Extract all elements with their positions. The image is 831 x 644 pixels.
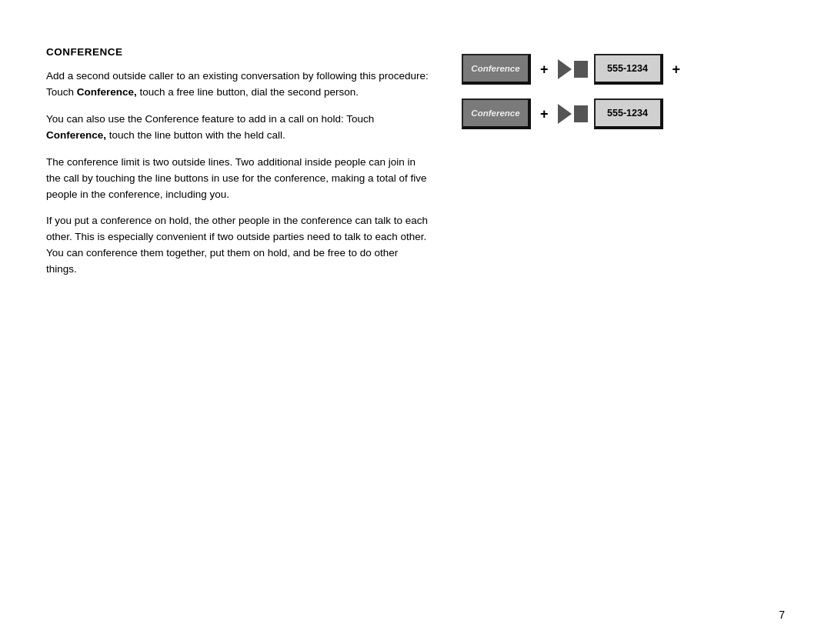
play-stop-icon-1 xyxy=(558,59,588,79)
section-heading: CONFERENCE xyxy=(46,46,431,58)
phone-number-box-2: 555-1234 xyxy=(594,98,663,129)
paragraph-4: If you put a conference on hold, the oth… xyxy=(46,213,431,278)
paragraph-2: You can also use the Conference feature … xyxy=(46,112,431,144)
triangle-icon-1 xyxy=(558,59,572,79)
plus-sign-1b: + xyxy=(669,62,684,78)
paragraph-3: The conference limit is two outside line… xyxy=(46,155,431,203)
phone-number-box-1: 555-1234 xyxy=(594,54,663,85)
paragraph-1: Add a second outside caller to an existi… xyxy=(46,68,431,101)
left-column: CONFERENCE Add a second outside caller t… xyxy=(46,46,431,598)
plus-sign-1a: + xyxy=(537,62,552,78)
square-icon-1 xyxy=(574,61,588,78)
play-stop-icon-2 xyxy=(558,104,588,124)
triangle-icon-2 xyxy=(558,104,572,124)
plus-sign-2a: + xyxy=(537,106,552,122)
square-icon-2 xyxy=(574,105,588,122)
right-column: Conference + 555-1234 + Conference + xyxy=(462,46,762,598)
diagram-row-1: Conference + 555-1234 + xyxy=(462,54,762,85)
page-number: 7 xyxy=(779,609,785,621)
diagram-row-2: Conference + 555-1234 xyxy=(462,98,762,129)
conference-button-1: Conference xyxy=(462,54,531,85)
conference-button-2: Conference xyxy=(462,98,531,129)
